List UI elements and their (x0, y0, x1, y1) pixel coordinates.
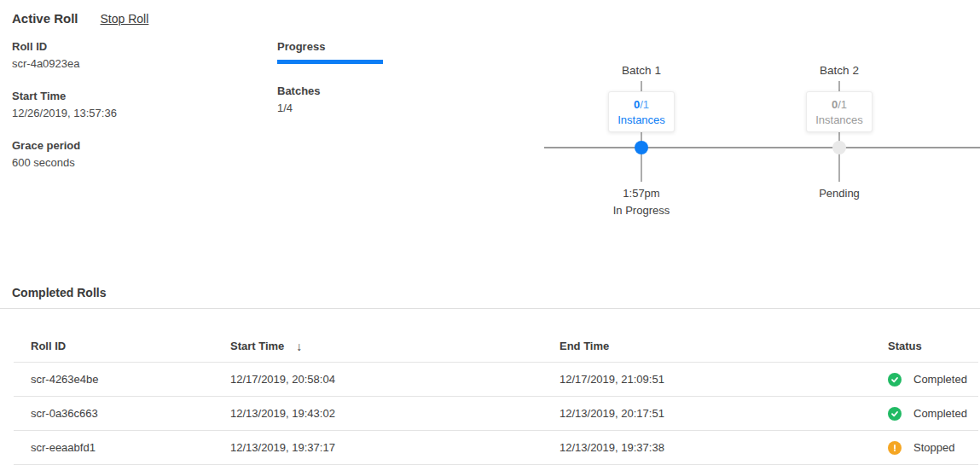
row-end-time: 12/13/2019, 20:17:51 (542, 407, 871, 420)
completed-rolls-table: Roll ID Start Time ↓ End Time Status scr… (14, 330, 978, 465)
batch-2-instance-count: 0/1 (807, 97, 872, 113)
batch-1-time: 1:57pm (590, 187, 693, 200)
roll-details: Roll ID scr-4a0923ea Start Time 12/26/20… (12, 40, 117, 189)
batch-1-instances-card[interactable]: 0/1 Instances (608, 91, 675, 132)
progress-bar (277, 60, 383, 64)
roll-id-field: Roll ID scr-4a0923ea (12, 40, 117, 71)
row-status: Completed (871, 373, 978, 387)
start-time-field: Start Time 12/26/2019, 13:57:36 (12, 90, 117, 120)
batch-2-time: Pending (788, 187, 890, 200)
batch-1-name: Batch 1 (590, 64, 693, 77)
batch-1-instance-count: 0/1 (609, 97, 674, 113)
check-circle-icon (888, 373, 902, 387)
table-row: scr-4263e4be 12/17/2019, 20:58:04 12/17/… (14, 363, 978, 397)
timeline-batch-2: Batch 2 0/1 Instances Pending (788, 64, 890, 77)
batch-2-instances-card: 0/1 Instances (806, 91, 873, 132)
row-end-time: 12/17/2019, 21:09:51 (542, 373, 871, 386)
table-header-row: Roll ID Start Time ↓ End Time Status (14, 330, 978, 363)
progress-label: Progress (277, 40, 383, 54)
row-start-time: 12/13/2019, 19:37:17 (213, 441, 542, 454)
batches-value: 1/4 (277, 102, 383, 115)
batch-1-instances-label: Instances (609, 113, 674, 128)
grace-period-value: 600 seconds (12, 156, 117, 170)
col-header-start-time[interactable]: Start Time ↓ (213, 340, 542, 353)
batch-1-status: In Progress (590, 204, 693, 217)
start-time-label: Start Time (12, 90, 117, 103)
row-status: Completed (871, 407, 978, 421)
batch-2-name: Batch 2 (788, 64, 890, 77)
roll-id-label: Roll ID (12, 40, 117, 54)
batch-1-timeline-dot (635, 141, 648, 154)
table-row: scr-eeaabfd1 12/13/2019, 19:37:17 12/13/… (14, 431, 978, 465)
grace-period-label: Grace period (12, 139, 117, 153)
batches-label: Batches (277, 84, 383, 98)
row-roll-id: scr-0a36c663 (14, 407, 213, 420)
section-divider (0, 308, 980, 309)
row-start-time: 12/13/2019, 19:43:02 (213, 407, 542, 420)
start-time-value: 12/26/2019, 13:57:36 (12, 107, 117, 120)
timeline-batch-1: Batch 1 0/1 Instances 1:57pm In Progress (590, 64, 693, 77)
sort-descending-icon[interactable]: ↓ (296, 340, 302, 353)
roll-dashboard: { "active_roll": { "title": "Active Roll… (0, 0, 980, 465)
table-row: scr-0a36c663 12/13/2019, 19:43:02 12/13/… (14, 397, 978, 431)
stop-roll-link[interactable]: Stop Roll (101, 12, 149, 26)
col-header-status: Status (871, 340, 978, 352)
col-header-end-time: End Time (542, 340, 871, 352)
check-circle-icon (888, 407, 902, 421)
progress-column: Progress Batches 1/4 (277, 40, 383, 115)
status-text: Stopped (913, 441, 954, 454)
active-roll-title: Active Roll (12, 11, 78, 26)
row-roll-id: scr-eeaabfd1 (14, 441, 213, 454)
roll-id-value: scr-4a0923ea (12, 57, 117, 71)
status-text: Completed (913, 407, 967, 420)
completed-rolls-title: Completed Rolls (12, 286, 106, 299)
batch-2-timeline-dot (832, 141, 846, 154)
active-roll-header: Active Roll Stop Roll (12, 11, 148, 26)
row-roll-id: scr-4263e4be (14, 373, 213, 386)
exclamation-circle-icon (888, 441, 902, 455)
batch-2-instances-label: Instances (807, 113, 872, 128)
grace-period-field: Grace period 600 seconds (12, 139, 117, 170)
status-text: Completed (913, 373, 967, 386)
timeline-axis (544, 147, 980, 148)
row-end-time: 12/13/2019, 19:37:38 (542, 441, 871, 454)
row-start-time: 12/17/2019, 20:58:04 (213, 373, 542, 386)
col-header-roll-id: Roll ID (14, 340, 213, 352)
row-status: Stopped (871, 441, 978, 455)
